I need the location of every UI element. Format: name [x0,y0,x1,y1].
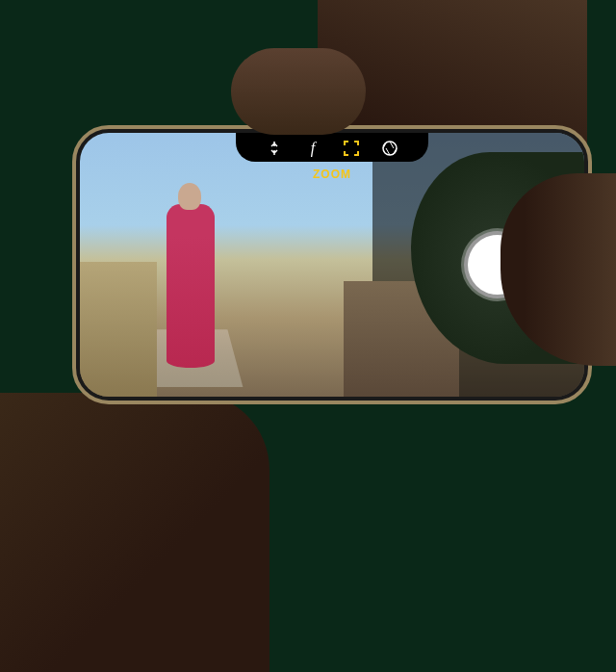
finger-over-frame [231,48,366,135]
f-stop-icon[interactable]: f [303,139,322,158]
aperture-icon[interactable] [380,139,399,158]
exposure-icon[interactable] [265,139,284,158]
focus-frame-icon[interactable] [342,139,361,158]
hand-holding-phone-bottom [0,393,270,672]
scene-grass-left [80,262,157,397]
camera-top-controls: f [265,139,399,158]
scene-person-subject [167,204,215,368]
zoom-mode-label: ZOOM [313,168,351,181]
svg-point-0 [383,142,397,155]
